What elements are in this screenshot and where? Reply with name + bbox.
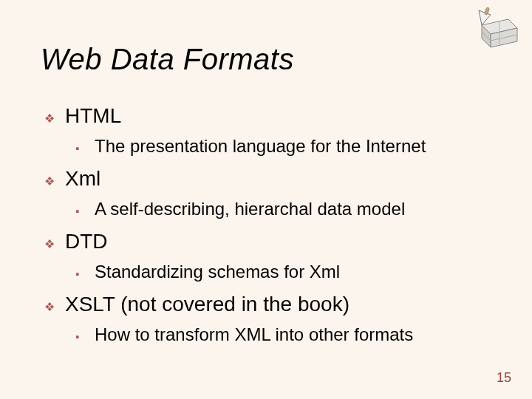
- square-bullet-icon: ▪: [75, 265, 87, 283]
- level1-label: XSLT (not covered in the book): [65, 292, 349, 317]
- trowel-brick-icon: [466, 7, 519, 53]
- slide: Web Data Formats ❖ HTML ▪ The presentati…: [0, 0, 532, 399]
- level2-label: The presentation language for the Intern…: [95, 135, 426, 157]
- list-item: ❖ Xml ▪ A self-describing, hierarchal da…: [44, 166, 488, 220]
- list-item: ❖ DTD ▪ Standardizing schemas for Xml: [44, 229, 488, 283]
- level2-label: Standardizing schemas for Xml: [95, 261, 340, 283]
- level2-row: ▪ A self-describing, hierarchal data mod…: [75, 198, 488, 220]
- level2-row: ▪ The presentation language for the Inte…: [75, 135, 488, 157]
- list-item: ❖ HTML ▪ The presentation language for t…: [44, 103, 488, 157]
- level1-label: Xml: [65, 166, 100, 191]
- level1-label: DTD: [65, 229, 108, 254]
- level1-row: ❖ Xml: [44, 166, 488, 192]
- content-area: ❖ HTML ▪ The presentation language for t…: [44, 103, 488, 355]
- square-bullet-icon: ▪: [75, 140, 87, 157]
- level2-label: How to transform XML into other formats: [95, 324, 413, 346]
- level2-row: ▪ Standardizing schemas for Xml: [75, 261, 488, 283]
- diamond-bullet-icon: ❖: [44, 234, 58, 255]
- square-bullet-icon: ▪: [75, 328, 87, 346]
- level1-label: HTML: [65, 103, 121, 129]
- list-item: ❖ XSLT (not covered in the book) ▪ How t…: [44, 292, 488, 346]
- level2-label: A self-describing, hierarchal data model: [95, 198, 405, 220]
- slide-title: Web Data Formats: [41, 43, 294, 76]
- diamond-bullet-icon: ❖: [44, 109, 58, 129]
- square-bullet-icon: ▪: [75, 202, 87, 220]
- page-number: 15: [497, 370, 511, 386]
- level1-row: ❖ HTML: [44, 103, 488, 129]
- diamond-bullet-icon: ❖: [44, 171, 58, 192]
- level1-row: ❖ DTD: [44, 229, 488, 255]
- diamond-bullet-icon: ❖: [44, 297, 58, 318]
- level1-row: ❖ XSLT (not covered in the book): [44, 292, 488, 318]
- level2-row: ▪ How to transform XML into other format…: [75, 324, 488, 346]
